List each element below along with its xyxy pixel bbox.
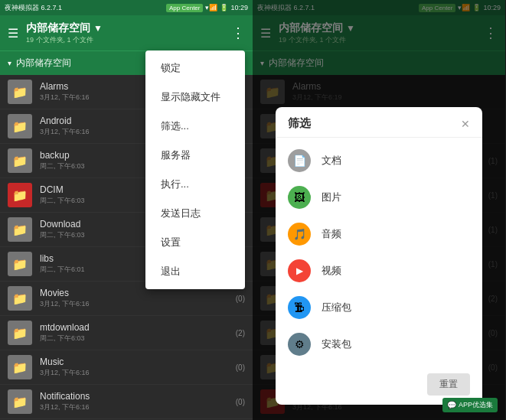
folder-icon: 📁 — [8, 80, 32, 104]
file-name: Movies — [40, 288, 231, 298]
file-item-mtdownload-left[interactable]: 📁 mtdownload 周二, 下午6:03 (2) — [0, 316, 253, 350]
menu-item-settings[interactable]: 设置 — [145, 228, 245, 257]
filter-item-image[interactable]: 🖼 图片 — [276, 179, 482, 216]
wifi-icon-left: ▾📶 — [205, 4, 217, 11]
filter-item-apk[interactable]: ⚙ 安装包 — [276, 326, 482, 363]
dialog-header: 筛选 ✕ — [276, 107, 482, 138]
file-item-notifications-left[interactable]: 📁 Notifications 3月12, 下午6:16 (0) — [0, 385, 253, 419]
menu-item-send-log[interactable]: 发送日志 — [145, 199, 245, 228]
hamburger-icon-left[interactable]: ☰ — [8, 26, 18, 41]
filter-label-archive: 压缩包 — [322, 301, 351, 314]
title-main-left: 内部储存空间 — [26, 21, 90, 35]
file-info: Music 3月12, 下午6:16 — [40, 357, 231, 378]
watermark-icon: 💬 — [447, 401, 456, 409]
folder-icon: 📁 — [8, 148, 32, 173]
folder-icon: 📁 — [8, 252, 32, 276]
file-name: mtdownload — [40, 322, 231, 333]
filter-item-archive[interactable]: 🗜 压缩包 — [276, 289, 482, 326]
filter-label-document: 文档 — [322, 154, 341, 168]
time-left: 10:29 — [230, 4, 248, 11]
file-info: Movies 3月12, 下午6:16 — [40, 288, 231, 309]
battery-icon-left: 🔋 — [220, 4, 228, 11]
file-info: mtdownload 周二, 下午6:03 — [40, 322, 231, 343]
file-name: Music — [40, 357, 231, 367]
filter-dialog: 筛选 ✕ 📄 文档 🖼 图片 🎵 音频 ▶ 视频 🗜 压缩包 — [276, 107, 482, 405]
dropdown-arrow-left[interactable]: ▼ — [93, 23, 103, 34]
watermark-text: APP优选集 — [459, 400, 493, 410]
file-name: Notifications — [40, 391, 231, 402]
menu-item-quit[interactable]: 退出 — [145, 257, 245, 286]
left-panel: 夜神模拟器 6.2.7.1 App Center ▾📶 🔋 10:29 ☰ 内部… — [0, 0, 253, 420]
folder-icon: 📁 — [8, 321, 32, 345]
file-count: (0) — [236, 398, 245, 406]
filter-label-apk: 安装包 — [322, 337, 351, 351]
document-icon: 📄 — [288, 149, 311, 172]
filter-item-document[interactable]: 📄 文档 — [276, 142, 482, 179]
file-count: (0) — [236, 363, 245, 372]
chevron-icon-left: ▾ — [8, 59, 11, 67]
menu-item-execute[interactable]: 执行... — [145, 170, 245, 199]
file-date: 3月12, 下午6:16 — [40, 402, 231, 412]
folder-icon: 📁 — [8, 286, 32, 311]
file-count: (2) — [236, 329, 245, 337]
menu-item-filter[interactable]: 筛选... — [145, 112, 245, 141]
status-bar-left: 夜神模拟器 6.2.7.1 App Center ▾📶 🔋 10:29 — [0, 0, 253, 15]
title-bar-left: ☰ 内部储存空间 ▼ 19 个文件夹, 1 个文件 ⋮ — [0, 15, 253, 50]
dropdown-menu: 锁定 显示隐藏文件 筛选... 服务器 执行... 发送日志 设置 退出 — [145, 50, 245, 289]
folder-icon: 📁 — [8, 114, 32, 138]
folder-icon: 📁 — [8, 389, 32, 414]
reset-button[interactable]: 重置 — [427, 373, 470, 396]
dialog-body: 📄 文档 🖼 图片 🎵 音频 ▶ 视频 🗜 压缩包 ⚙ 安装包 — [276, 138, 482, 367]
filter-item-video[interactable]: ▶ 视频 — [276, 252, 482, 289]
apk-icon: ⚙ — [288, 333, 311, 356]
menu-item-lock[interactable]: 锁定 — [145, 54, 245, 83]
dialog-close-button[interactable]: ✕ — [461, 118, 470, 130]
file-date: 3月12, 下午6:16 — [40, 368, 231, 378]
image-icon: 🖼 — [288, 186, 311, 209]
archive-icon: 🗜 — [288, 296, 311, 319]
filter-label-video: 视频 — [322, 264, 341, 278]
audio-icon: 🎵 — [288, 223, 311, 246]
menu-item-server[interactable]: 服务器 — [145, 141, 245, 170]
filter-label-image: 图片 — [322, 190, 341, 204]
title-info-left: 内部储存空间 ▼ 19 个文件夹, 1 个文件 — [26, 21, 231, 45]
file-date: 3月12, 下午6:16 — [40, 299, 231, 309]
file-count: (0) — [236, 295, 245, 303]
file-info: Notifications 3月12, 下午6:16 — [40, 391, 231, 412]
file-date: 周二, 下午6:03 — [40, 334, 231, 343]
right-panel: 夜神模拟器 6.2.7.1 App Center ▾📶 🔋 10:29 ☰ 内部… — [253, 0, 505, 420]
folder-icon-red: 📁 — [8, 183, 32, 207]
app-name-left: 夜神模拟器 6.2.7.1 — [5, 3, 62, 13]
filter-label-audio: 音频 — [322, 227, 341, 241]
folder-icon: 📁 — [8, 217, 32, 242]
folder-icon: 📁 — [8, 355, 32, 379]
file-item-music-left[interactable]: 📁 Music 3月12, 下午6:16 (0) — [0, 350, 253, 385]
dialog-title: 筛选 — [288, 116, 311, 131]
title-sub-left: 19 个文件夹, 1 个文件 — [26, 35, 231, 45]
more-btn-left[interactable]: ⋮ — [231, 24, 245, 41]
menu-item-show-hidden[interactable]: 显示隐藏文件 — [145, 83, 245, 112]
app-center-btn-left[interactable]: App Center — [166, 4, 203, 12]
watermark: 💬 APP优选集 — [442, 398, 498, 412]
status-right-left: App Center ▾📶 🔋 10:29 — [166, 4, 248, 12]
filter-item-audio[interactable]: 🎵 音频 — [276, 216, 482, 252]
sub-title-left: 内部储存空间 — [16, 57, 71, 70]
video-icon: ▶ — [288, 259, 311, 282]
